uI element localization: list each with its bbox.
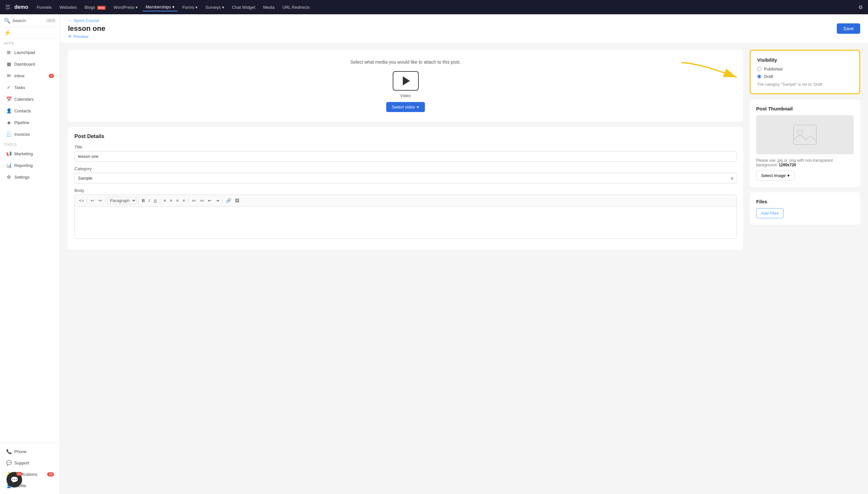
sidebar-item-contacts[interactable]: 👤 Contacts [2,105,58,116]
pipeline-label: Pipeline [14,120,29,125]
breadcrumb[interactable]: ← Sprint Course [68,18,105,23]
page-body: Select what media you would like to atta… [60,43,868,256]
invoices-label: Invoices [14,132,30,137]
sidebar-item-reporting[interactable]: 📊 Reporting [2,160,58,171]
nav-memberships[interactable]: Memberships ▾ [142,3,178,12]
sidebar-item-inbox[interactable]: ✉ Inbox 0 [2,70,58,81]
published-option[interactable]: Published [757,66,853,72]
tasks-icon: ✓ [6,84,12,90]
sidebar-item-dashboard[interactable]: ▦ Dashboard [2,58,58,70]
hamburger-icon[interactable]: ☰ [5,4,11,11]
sidebar-item-support[interactable]: 💬 Support [2,457,58,468]
nav-url-redirects[interactable]: URL Redirects [279,4,313,11]
inbox-badge: 0 [49,74,54,78]
sidebar-item-marketing[interactable]: 📢 Marketing [2,148,58,159]
thumbnail-placeholder-icon [792,124,818,146]
support-label: Support [14,460,29,466]
visibility-wrapper: Visibility Published Draft The categ [750,50,860,94]
sidebar-item-tasks[interactable]: ✓ Tasks [2,82,58,93]
toolbar-highlight-btn[interactable]: A [152,197,158,204]
marketing-label: Marketing [14,151,33,156]
video-section: Select what media you would like to atta… [68,50,743,122]
title-input[interactable] [74,151,737,162]
nav-chat-widget[interactable]: Chat Widget [229,4,259,11]
category-form-group: Category Sample ▾ [74,166,737,184]
reporting-icon: 📊 [6,163,12,168]
body-editor[interactable] [74,206,737,239]
preview-link[interactable]: 👁 Preview [68,34,105,39]
toolbar-redo-btn[interactable]: ↪ [96,197,103,204]
reporting-label: Reporting [14,163,33,168]
sidebar-item-calendars[interactable]: 📅 Calendars [2,94,58,104]
sidebar-item-phone[interactable]: 📞 Phone [2,446,58,457]
right-panel: Visibility Published Draft The categ [750,50,860,250]
toolbar-indent-more-btn[interactable]: ⇥ [214,197,221,204]
toolbar-justify-btn[interactable]: ≡ [181,197,187,204]
video-icon-box[interactable] [393,71,419,91]
sidebar-item-pipeline[interactable]: ◈ Pipeline [2,117,58,128]
save-button[interactable]: Save [837,23,860,34]
toolbar-divider-5 [188,198,188,204]
calendars-icon: 📅 [6,96,12,102]
thumbnail-hint: Please use .jpg or .png with non-transpa… [756,158,854,167]
page-title: lesson one [68,24,105,33]
select-video-chevron-icon: ▾ [417,104,419,110]
toolbar-divider-3 [138,198,139,204]
settings-gear-icon[interactable]: ⚙ [858,4,863,11]
toolbar-paragraph-select[interactable]: Paragraph [107,197,137,204]
toolbar-align-left-btn[interactable]: ≡ [162,197,168,204]
toolbar-bullet-list-btn[interactable]: ≔ [190,197,198,204]
svg-rect-1 [794,125,816,145]
select-image-label: Select Image [761,173,786,178]
toolbar-ordered-list-btn[interactable]: ≔ [198,197,206,204]
settings-label: Settings [14,175,30,179]
toolbar-code-btn[interactable]: <> [77,197,86,204]
select-video-label: Select video [392,104,415,110]
draft-option[interactable]: Draft [757,74,853,79]
dashboard-label: Dashboard [14,62,35,66]
nav-surveys[interactable]: Surveys ▾ [202,4,228,11]
nav-media[interactable]: Media [260,4,278,11]
support-icon: 💬 [6,460,12,466]
inbox-label: Inbox [14,73,25,78]
sidebar: 🔍 Search ctrl K ⚡ Apps ⊞ Launchpad ▦ Das… [0,14,60,494]
nav-funnels[interactable]: Funnels [34,4,55,11]
chat-float-badge: 34 [16,472,22,476]
toolbar-align-center-btn[interactable]: ≡ [168,197,174,204]
sidebar-item-invoices[interactable]: 🧾 Invoices [2,129,58,140]
toolbar-align-right-btn[interactable]: ≡ [175,197,180,204]
toolbar-bold-btn[interactable]: B [140,197,146,204]
sidebar-item-settings[interactable]: ⚙ Settings [2,171,58,183]
top-navigation: ☰ demo Funnels Websites Blogs New WordPr… [0,0,868,14]
settings-icon: ⚙ [6,174,12,180]
toolbar-image-btn[interactable]: 🖼 [233,197,241,204]
visibility-title: Visibility [757,57,853,63]
published-radio[interactable] [757,67,761,71]
toolbar-italic-btn[interactable]: I [147,197,152,204]
blogs-new-badge: New [97,6,106,10]
nav-wordpress[interactable]: WordPress ▾ [110,4,141,11]
chat-float-button[interactable]: 💬 34 [6,472,22,488]
lightning-icon[interactable]: ⚡ [4,30,11,36]
post-thumbnail-card: Post Thumbnail Please use .jpg or .png w… [750,99,860,187]
apps-section-label: Apps [0,39,60,46]
sidebar-item-launchpad[interactable]: ⊞ Launchpad [2,47,58,58]
toolbar-undo-btn[interactable]: ↩ [89,197,96,204]
search-label: Search [12,18,26,23]
toolbar-link-btn[interactable]: 🔗 [224,197,233,204]
nav-websites[interactable]: Websites [56,4,80,11]
draft-radio[interactable] [757,74,761,79]
category-label: Category [74,166,737,171]
toolbar-divider-2 [105,198,105,204]
add-files-button[interactable]: Add Files [756,208,783,218]
nav-forms[interactable]: Forms ▾ [179,4,201,11]
search-bar[interactable]: 🔍 Search ctrl K [0,14,60,27]
nav-blogs[interactable]: Blogs New [81,4,109,11]
toolbar-indent-less-btn[interactable]: ⇤ [206,197,213,204]
chat-float-icon: 💬 [11,476,19,483]
category-select[interactable]: Sample [74,173,737,184]
visibility-card: Visibility Published Draft The categ [750,50,860,94]
thumbnail-placeholder [756,115,854,154]
select-image-button[interactable]: Select Image ▾ [756,171,795,180]
select-video-button[interactable]: Select video ▾ [386,102,425,112]
